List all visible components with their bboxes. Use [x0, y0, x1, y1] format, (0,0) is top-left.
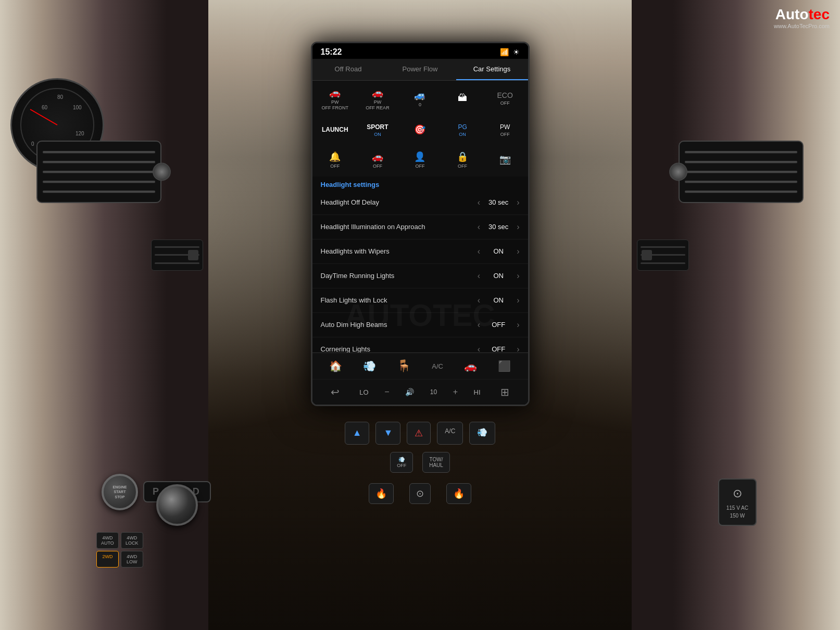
setting-label-headlight-off-delay: Headlight Off Delay: [321, 198, 478, 206]
setting-flash-lights-lock[interactable]: Flash Lights with Lock ‹ ON ›: [312, 288, 528, 313]
ac-physical-button[interactable]: A/C: [437, 422, 463, 445]
qc-terrain[interactable]: 🏔: [442, 83, 483, 115]
setting-auto-dim-high-beams[interactable]: Auto Dim High Beams ‹ OFF ›: [312, 313, 528, 337]
engine-start-stop-button[interactable]: ENGINESTARTSTOP: [102, 474, 138, 510]
setting-headlight-off-delay[interactable]: Headlight Off Delay ‹ 30 sec ›: [312, 191, 528, 215]
pw-rear-icon: 🚗: [372, 87, 383, 98]
qc-target[interactable]: 🎯: [399, 116, 441, 145]
setting-control-headlights-wipers: ‹ ON ›: [478, 247, 520, 256]
qc-sport[interactable]: SPORT ON: [357, 116, 398, 145]
vent-slat: [43, 161, 155, 163]
setting-control-flash-lights: ‹ ON ›: [478, 296, 520, 305]
fwd-auto-button[interactable]: 4WDAUTO: [96, 532, 119, 549]
setting-control-auto-dim: ‹ OFF ›: [478, 320, 520, 330]
qc-vehicle[interactable]: 🚙 0: [399, 83, 441, 115]
svg-text:0: 0: [31, 141, 34, 147]
fwd-selector: 4WDAUTO 4WDLOCK 2WD 4WDLOW: [96, 532, 143, 568]
left-arrow-icon[interactable]: ‹: [478, 198, 480, 207]
svg-text:80: 80: [57, 94, 64, 100]
qc-car2[interactable]: 🚗 OFF: [357, 146, 398, 174]
headlight-illumination-value: 30 sec: [485, 223, 511, 231]
left-arrow-icon[interactable]: ‹: [478, 296, 480, 305]
right-arrow-icon[interactable]: ›: [517, 296, 519, 305]
qc-person[interactable]: 👤 OFF: [399, 146, 441, 174]
pw-off-icon: PW: [500, 123, 510, 131]
qc-pg[interactable]: PG ON: [442, 116, 483, 145]
sport-label: ON: [374, 132, 381, 137]
qc-pw-off-front[interactable]: 🚗 PWOFF FRONT: [315, 83, 356, 115]
grid-nav-icon[interactable]: ⬛: [494, 358, 515, 374]
defrost-button[interactable]: ⊙: [409, 483, 431, 504]
seat-nav-icon[interactable]: 🪑: [393, 357, 415, 375]
fwd-lock-button[interactable]: 4WDLOCK: [121, 532, 143, 549]
power-outlet[interactable]: ⊙ 115 V AC150 W: [718, 478, 757, 526]
clock: 15:22: [321, 47, 342, 57]
fan-nav-icon[interactable]: 💨: [359, 358, 380, 374]
left-arrow-icon[interactable]: ‹: [478, 222, 480, 232]
grid-split-icon[interactable]: ⊞: [496, 384, 513, 400]
vol-plus-button[interactable]: +: [453, 387, 458, 397]
brightness-icon: ☀: [513, 48, 520, 56]
vent-knob-right[interactable]: [669, 163, 687, 181]
up-arrow-button[interactable]: ▲: [345, 422, 370, 445]
tab-car-settings[interactable]: Car Settings: [456, 59, 528, 80]
2wd-button[interactable]: 2WD: [96, 551, 119, 568]
right-small-vent: [637, 240, 689, 271]
back-nav-icon[interactable]: ↩: [327, 384, 344, 400]
right-arrow-icon[interactable]: ›: [517, 271, 519, 281]
setting-daytime-running-lights[interactable]: DayTime Running Lights ‹ ON ›: [312, 264, 528, 288]
seat-heat-left-button[interactable]: 🔥: [369, 483, 394, 504]
vent-knob-left[interactable]: [153, 163, 171, 181]
left-arrow-icon[interactable]: ‹: [478, 247, 480, 256]
right-arrow-icon[interactable]: ›: [517, 198, 519, 207]
setting-headlight-illumination[interactable]: Headlight Illumination on Approach ‹ 30 …: [312, 215, 528, 240]
dial-knob[interactable]: [156, 484, 198, 526]
bottom-nav: 🏠 💨 🪑 A/C 🚗 ⬛ ↩ LO − 🔊 10 + HI ⊞: [312, 352, 528, 405]
brand-name: Autotec: [774, 6, 830, 23]
home-nav-icon[interactable]: 🏠: [325, 358, 346, 374]
vent-btn[interactable]: [188, 250, 198, 260]
tow-haul-button[interactable]: TOW/HAUL: [422, 452, 450, 473]
fwd-low-button[interactable]: 4WDLOW: [121, 551, 143, 568]
vent-slat: [685, 191, 797, 193]
touchscreen: 15:22 📶 ☀ Off Road Power Flow Car Settin…: [311, 42, 530, 406]
fan-off-button[interactable]: 💨OFF: [390, 452, 413, 473]
car-nav-icon[interactable]: 🚗: [460, 358, 481, 374]
setting-headlights-wipers[interactable]: Headlights with Wipers ‹ ON ›: [312, 240, 528, 264]
left-vent: [36, 141, 161, 203]
qc-alert[interactable]: 🔔 OFF: [315, 146, 356, 174]
tab-off-road[interactable]: Off Road: [312, 59, 384, 80]
ac-nav-label[interactable]: A/C: [428, 360, 447, 372]
volume-icon: 🔊: [405, 388, 414, 396]
vent-btn[interactable]: [642, 250, 652, 260]
daytime-running-value: ON: [485, 272, 511, 280]
left-arrow-icon[interactable]: ‹: [478, 345, 480, 352]
qc-pw-off[interactable]: PW OFF: [484, 116, 526, 145]
fan-physical-button[interactable]: 💨: [469, 422, 495, 445]
qc-pw-off-rear[interactable]: 🚗 PWOFF REAR: [357, 83, 398, 115]
qc-launch[interactable]: LAUNCH: [315, 116, 356, 145]
left-arrow-icon[interactable]: ‹: [478, 271, 480, 281]
outlet-icon: ⊙: [726, 485, 748, 502]
hazard-button[interactable]: ⚠: [407, 422, 431, 445]
seat-heat-right-button[interactable]: 🔥: [446, 483, 471, 504]
status-bar: 15:22 📶 ☀: [312, 43, 528, 59]
terrain-icon: 🏔: [458, 93, 467, 104]
setting-cornering-lights[interactable]: Cornering Lights ‹ OFF ›: [312, 337, 528, 352]
screen-display: 15:22 📶 ☀ Off Road Power Flow Car Settin…: [312, 43, 528, 405]
right-arrow-icon[interactable]: ›: [517, 345, 519, 352]
right-arrow-icon[interactable]: ›: [517, 247, 519, 256]
wifi-icon: 📶: [500, 48, 509, 56]
qc-lock[interactable]: 🔒 OFF: [442, 146, 483, 174]
pw-rear-label: PWOFF REAR: [366, 99, 390, 111]
vent-slat: [43, 171, 155, 173]
tab-power-flow[interactable]: Power Flow: [384, 59, 456, 80]
left-arrow-icon[interactable]: ‹: [478, 320, 480, 330]
qc-camera[interactable]: 📷: [484, 146, 526, 174]
vol-minus-button[interactable]: −: [384, 387, 389, 397]
right-arrow-icon[interactable]: ›: [517, 320, 519, 330]
setting-label-headlights-wipers: Headlights with Wipers: [321, 247, 478, 255]
down-arrow-button[interactable]: ▼: [375, 422, 400, 445]
right-arrow-icon[interactable]: ›: [517, 222, 519, 232]
qc-eco[interactable]: ECO OFF: [484, 83, 526, 115]
